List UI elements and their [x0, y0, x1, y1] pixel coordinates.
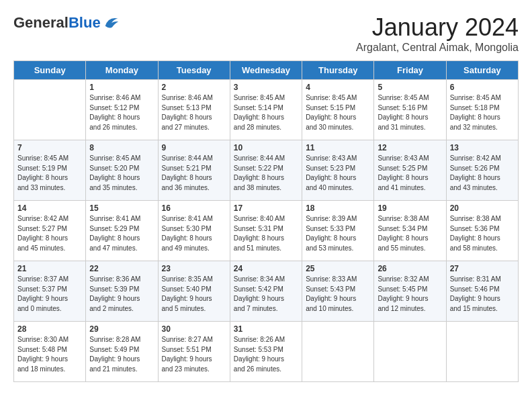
- day-number: 24: [234, 264, 298, 273]
- day-info: Sunrise: 8:45 AM Sunset: 5:15 PM Dayligh…: [306, 93, 370, 132]
- day-number: 6: [450, 83, 515, 92]
- calendar-cell: 9Sunrise: 8:44 AM Sunset: 5:21 PM Daylig…: [158, 140, 230, 201]
- day-info: Sunrise: 8:40 AM Sunset: 5:31 PM Dayligh…: [234, 214, 298, 253]
- calendar-cell: 10Sunrise: 8:44 AM Sunset: 5:22 PM Dayli…: [230, 140, 302, 201]
- day-number: 20: [450, 203, 515, 213]
- calendar-cell: 14Sunrise: 8:42 AM Sunset: 5:27 PM Dayli…: [14, 201, 86, 261]
- calendar-week-row: 28Sunrise: 8:30 AM Sunset: 5:48 PM Dayli…: [14, 322, 519, 382]
- day-info: Sunrise: 8:45 AM Sunset: 5:16 PM Dayligh…: [378, 93, 442, 132]
- calendar-cell: [14, 80, 86, 140]
- day-info: Sunrise: 8:28 AM Sunset: 5:49 PM Dayligh…: [89, 335, 154, 374]
- title-block: January 2024 Argalant, Central Aimak, Mo…: [356, 13, 519, 54]
- day-info: Sunrise: 8:33 AM Sunset: 5:43 PM Dayligh…: [306, 275, 370, 314]
- day-info: Sunrise: 8:35 AM Sunset: 5:40 PM Dayligh…: [162, 275, 226, 314]
- day-header-tuesday: Tuesday: [158, 61, 230, 80]
- day-header-saturday: Saturday: [446, 61, 518, 80]
- day-number: 11: [306, 143, 370, 152]
- logo-general: General: [13, 14, 69, 31]
- day-info: Sunrise: 8:34 AM Sunset: 5:42 PM Dayligh…: [234, 275, 298, 314]
- day-info: Sunrise: 8:43 AM Sunset: 5:23 PM Dayligh…: [306, 154, 370, 193]
- calendar-cell: 19Sunrise: 8:38 AM Sunset: 5:34 PM Dayli…: [374, 201, 446, 261]
- day-number: 30: [162, 324, 226, 334]
- day-info: Sunrise: 8:31 AM Sunset: 5:46 PM Dayligh…: [450, 275, 515, 314]
- calendar-cell: 6Sunrise: 8:45 AM Sunset: 5:18 PM Daylig…: [446, 80, 518, 140]
- day-number: 14: [17, 203, 82, 213]
- day-number: 29: [89, 324, 154, 334]
- calendar-header-row: SundayMondayTuesdayWednesdayThursdayFrid…: [14, 61, 519, 80]
- day-info: Sunrise: 8:26 AM Sunset: 5:53 PM Dayligh…: [234, 335, 298, 374]
- calendar-cell: 27Sunrise: 8:31 AM Sunset: 5:46 PM Dayli…: [446, 261, 518, 322]
- day-number: 27: [450, 264, 515, 273]
- day-info: Sunrise: 8:27 AM Sunset: 5:51 PM Dayligh…: [162, 335, 226, 374]
- day-number: 28: [17, 324, 82, 334]
- day-info: Sunrise: 8:41 AM Sunset: 5:30 PM Dayligh…: [162, 214, 226, 253]
- calendar-cell: [374, 322, 446, 382]
- calendar-cell: 7Sunrise: 8:45 AM Sunset: 5:19 PM Daylig…: [14, 140, 86, 201]
- calendar-cell: 2Sunrise: 8:46 AM Sunset: 5:13 PM Daylig…: [158, 80, 230, 140]
- day-header-wednesday: Wednesday: [230, 61, 302, 80]
- day-number: 25: [306, 264, 370, 273]
- day-info: Sunrise: 8:32 AM Sunset: 5:45 PM Dayligh…: [378, 275, 442, 314]
- location-subtitle: Argalant, Central Aimak, Mongolia: [356, 42, 519, 54]
- day-number: 5: [378, 83, 442, 92]
- day-number: 2: [162, 83, 226, 92]
- day-number: 8: [89, 143, 154, 152]
- day-info: Sunrise: 8:36 AM Sunset: 5:39 PM Dayligh…: [89, 275, 154, 314]
- calendar-cell: 26Sunrise: 8:32 AM Sunset: 5:45 PM Dayli…: [374, 261, 446, 322]
- calendar-cell: [302, 322, 374, 382]
- day-info: Sunrise: 8:45 AM Sunset: 5:20 PM Dayligh…: [89, 154, 154, 193]
- day-header-monday: Monday: [86, 61, 158, 80]
- day-number: 3: [234, 83, 298, 92]
- logo-text: GeneralBlue: [13, 15, 101, 31]
- calendar-cell: 17Sunrise: 8:40 AM Sunset: 5:31 PM Dayli…: [230, 201, 302, 261]
- calendar-cell: 13Sunrise: 8:42 AM Sunset: 5:26 PM Dayli…: [446, 140, 518, 201]
- calendar-cell: 23Sunrise: 8:35 AM Sunset: 5:40 PM Dayli…: [158, 261, 230, 322]
- day-number: 7: [17, 143, 82, 152]
- day-number: 16: [162, 203, 226, 213]
- day-info: Sunrise: 8:42 AM Sunset: 5:26 PM Dayligh…: [450, 154, 515, 193]
- day-info: Sunrise: 8:38 AM Sunset: 5:34 PM Dayligh…: [378, 214, 442, 253]
- day-info: Sunrise: 8:39 AM Sunset: 5:33 PM Dayligh…: [306, 214, 370, 253]
- day-number: 9: [162, 143, 226, 152]
- calendar-cell: 4Sunrise: 8:45 AM Sunset: 5:15 PM Daylig…: [302, 80, 374, 140]
- day-number: 31: [234, 324, 298, 334]
- month-title: January 2024: [356, 13, 519, 42]
- calendar-cell: 18Sunrise: 8:39 AM Sunset: 5:33 PM Dayli…: [302, 201, 374, 261]
- day-info: Sunrise: 8:45 AM Sunset: 5:19 PM Dayligh…: [17, 154, 82, 193]
- day-header-friday: Friday: [374, 61, 446, 80]
- logo: GeneralBlue: [13, 13, 121, 32]
- calendar-cell: 15Sunrise: 8:41 AM Sunset: 5:29 PM Dayli…: [86, 201, 158, 261]
- day-number: 4: [306, 83, 370, 92]
- calendar-cell: 25Sunrise: 8:33 AM Sunset: 5:43 PM Dayli…: [302, 261, 374, 322]
- calendar-cell: 8Sunrise: 8:45 AM Sunset: 5:20 PM Daylig…: [86, 140, 158, 201]
- day-number: 17: [234, 203, 298, 213]
- day-number: 12: [378, 143, 442, 152]
- calendar-cell: 28Sunrise: 8:30 AM Sunset: 5:48 PM Dayli…: [14, 322, 86, 382]
- calendar-cell: 16Sunrise: 8:41 AM Sunset: 5:30 PM Dayli…: [158, 201, 230, 261]
- page-header: GeneralBlue January 2024 Argalant, Centr…: [13, 13, 519, 54]
- day-number: 10: [234, 143, 298, 152]
- day-info: Sunrise: 8:46 AM Sunset: 5:13 PM Dayligh…: [162, 93, 226, 132]
- calendar-cell: 31Sunrise: 8:26 AM Sunset: 5:53 PM Dayli…: [230, 322, 302, 382]
- calendar-cell: 3Sunrise: 8:45 AM Sunset: 5:14 PM Daylig…: [230, 80, 302, 140]
- calendar-cell: 12Sunrise: 8:43 AM Sunset: 5:25 PM Dayli…: [374, 140, 446, 201]
- day-number: 1: [89, 83, 154, 92]
- day-info: Sunrise: 8:45 AM Sunset: 5:14 PM Dayligh…: [234, 93, 298, 132]
- calendar-cell: [446, 322, 518, 382]
- calendar-week-row: 7Sunrise: 8:45 AM Sunset: 5:19 PM Daylig…: [14, 140, 519, 201]
- logo-blue: Blue: [69, 14, 101, 31]
- day-info: Sunrise: 8:30 AM Sunset: 5:48 PM Dayligh…: [17, 335, 82, 374]
- day-number: 15: [89, 203, 154, 213]
- day-number: 22: [89, 264, 154, 273]
- day-info: Sunrise: 8:45 AM Sunset: 5:18 PM Dayligh…: [450, 93, 515, 132]
- calendar-week-row: 21Sunrise: 8:37 AM Sunset: 5:37 PM Dayli…: [14, 261, 519, 322]
- calendar-cell: 1Sunrise: 8:46 AM Sunset: 5:12 PM Daylig…: [86, 80, 158, 140]
- calendar-cell: 22Sunrise: 8:36 AM Sunset: 5:39 PM Dayli…: [86, 261, 158, 322]
- day-info: Sunrise: 8:38 AM Sunset: 5:36 PM Dayligh…: [450, 214, 515, 253]
- day-info: Sunrise: 8:43 AM Sunset: 5:25 PM Dayligh…: [378, 154, 442, 193]
- day-info: Sunrise: 8:44 AM Sunset: 5:22 PM Dayligh…: [234, 154, 298, 193]
- calendar-body: 1Sunrise: 8:46 AM Sunset: 5:12 PM Daylig…: [14, 80, 519, 382]
- day-header-thursday: Thursday: [302, 61, 374, 80]
- day-info: Sunrise: 8:41 AM Sunset: 5:29 PM Dayligh…: [89, 214, 154, 253]
- day-number: 19: [378, 203, 442, 213]
